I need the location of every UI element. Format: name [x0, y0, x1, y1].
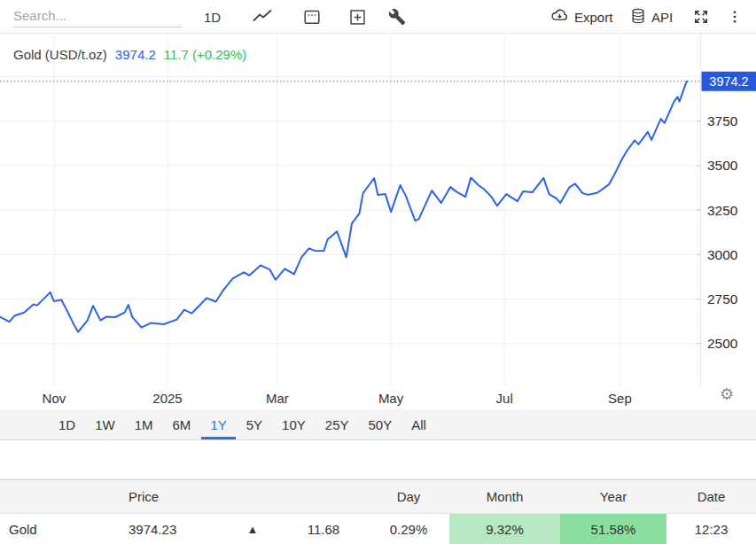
more-options-kebab-icon[interactable] — [727, 0, 743, 34]
legend-title: Gold (USD/t.oz) — [13, 47, 107, 62]
legend-price: 3974.2 — [115, 47, 156, 62]
header-name — [0, 480, 124, 514]
header-year: Year — [560, 480, 666, 514]
gold-chart-app: 1D — [0, 0, 756, 544]
up-triangle-icon: ▲ — [226, 514, 279, 544]
cell-name[interactable]: Gold — [0, 514, 124, 544]
svg-text:2500: 2500 — [707, 336, 738, 351]
period-25y[interactable]: 25Y — [316, 409, 358, 439]
svg-text:3000: 3000 — [707, 247, 738, 262]
interval-button[interactable]: 1D — [204, 0, 221, 34]
period-5y[interactable]: 5Y — [238, 409, 271, 439]
period-selector: 1D 1W 1M 6M 1Y 5Y 10Y 25Y 50Y All — [0, 409, 756, 440]
svg-text:Mar: Mar — [266, 391, 289, 406]
tools-wrench-icon[interactable] — [388, 0, 406, 34]
chart-settings-gear-icon[interactable]: ⚙ — [720, 386, 734, 402]
api-button[interactable]: API — [629, 0, 673, 34]
header-arrow — [226, 480, 279, 514]
chart-legend: Gold (USD/t.oz) 3974.2 11.7 (+0.29%) — [13, 47, 246, 62]
export-cloud-icon — [549, 6, 570, 28]
legend-change: 11.7 (+0.29%) — [164, 47, 247, 62]
cell-change: 11.68 — [279, 514, 368, 544]
period-50y[interactable]: 50Y — [360, 409, 401, 439]
summary-table: Price Day Month Year Date Gold 3974.23 ▲… — [0, 479, 756, 544]
header-date: Date — [666, 480, 756, 514]
svg-text:Jul: Jul — [496, 391, 513, 406]
period-1y[interactable]: 1Y — [201, 409, 235, 439]
svg-text:3250: 3250 — [707, 203, 738, 218]
spacer — [0, 440, 756, 479]
svg-text:2750: 2750 — [707, 291, 738, 307]
header-price: Price — [124, 480, 226, 514]
cell-day-pct: 0.29% — [368, 514, 449, 544]
period-1d[interactable]: 1D — [50, 409, 84, 439]
period-1w[interactable]: 1W — [86, 409, 124, 439]
period-10y[interactable]: 10Y — [273, 409, 315, 439]
header-change — [279, 480, 368, 514]
chart-area: Nov2025MarMayJulSep250027503000325035003… — [0, 34, 756, 409]
price-chart[interactable]: Nov2025MarMayJulSep250027503000325035003… — [0, 34, 756, 409]
cell-month-pct: 9.32% — [449, 514, 560, 544]
header-day: Day — [368, 480, 449, 514]
cell-price: 3974.23 — [124, 514, 226, 544]
cell-year-pct: 51.58% — [560, 514, 666, 544]
header-month: Month — [449, 480, 560, 514]
svg-text:3974.2: 3974.2 — [709, 74, 748, 89]
period-6m[interactable]: 6M — [164, 409, 200, 439]
toolbar: 1D — [0, 0, 756, 34]
table-header-row: Price Day Month Year Date — [0, 480, 756, 514]
svg-text:3750: 3750 — [707, 113, 738, 128]
svg-text:Nov: Nov — [43, 391, 66, 406]
search-input[interactable] — [13, 4, 182, 27]
svg-text:3500: 3500 — [707, 158, 738, 173]
export-button[interactable]: Export — [549, 0, 612, 34]
table-row-gold[interactable]: Gold 3974.23 ▲ 11.68 0.29% 9.32% 51.58% … — [0, 514, 756, 544]
period-all[interactable]: All — [402, 409, 435, 439]
fullscreen-icon[interactable] — [692, 0, 710, 34]
add-indicator-icon[interactable] — [348, 0, 367, 34]
svg-text:Sep: Sep — [608, 391, 632, 406]
cell-date: 12:23 — [666, 514, 756, 544]
period-1m[interactable]: 1M — [126, 409, 162, 439]
svg-text:May: May — [378, 391, 404, 406]
line-chart-type-icon[interactable] — [252, 0, 273, 34]
svg-text:2025: 2025 — [152, 391, 182, 406]
database-icon — [629, 6, 647, 28]
calendar-icon[interactable] — [302, 0, 322, 34]
